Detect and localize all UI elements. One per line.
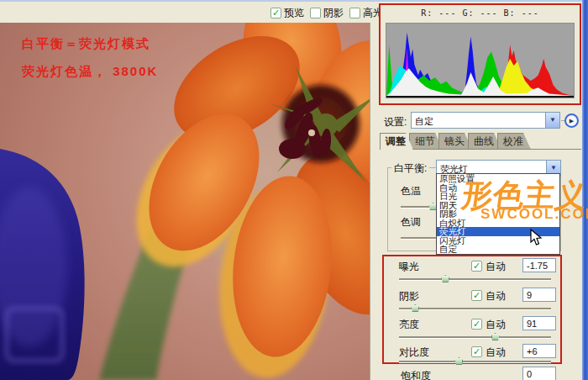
- auto-checkbox[interactable]: [471, 261, 482, 272]
- annotation-line-2: 荧光灯色温， 3800K: [22, 64, 158, 80]
- tab-4[interactable]: 曲线: [468, 133, 501, 150]
- shadows-checkbox-group[interactable]: 阴影: [310, 6, 344, 20]
- slider-track[interactable]: [399, 361, 551, 362]
- slider-label: 对比度: [399, 346, 429, 360]
- settings-label: 设置:: [384, 115, 407, 129]
- white-balance-label: 白平衡:: [391, 161, 429, 176]
- slider-track[interactable]: [399, 336, 551, 338]
- auto-label: 自动: [486, 289, 506, 303]
- rgb-readout: R: --- G: --- B: ---: [381, 8, 580, 18]
- value-field[interactable]: -1.75: [522, 258, 556, 272]
- slider-thumb[interactable]: [491, 333, 500, 340]
- histogram-panel: R: --- G: --- B: ---: [379, 3, 581, 105]
- chevron-down-icon[interactable]: ▼: [545, 113, 559, 128]
- preview-checkbox-label: 预览: [284, 6, 304, 20]
- slider-thumb[interactable]: [411, 304, 419, 312]
- settings-dropdown[interactable]: 自定 ▼: [411, 112, 560, 129]
- shadows-checkbox[interactable]: [310, 8, 321, 18]
- tab-3[interactable]: 镜头: [438, 133, 472, 150]
- slider-label: 曝光: [399, 260, 419, 274]
- tab-bar: 调整细节镜头曲线校准: [380, 133, 581, 150]
- value-field[interactable]: 9: [522, 288, 556, 302]
- preview-checkbox[interactable]: [270, 8, 281, 18]
- auto-label: 自动: [486, 346, 506, 360]
- slider-thumb[interactable]: [454, 357, 463, 365]
- wb-option-1[interactable]: 原照设置: [437, 174, 559, 183]
- settings-dropdown-value: 自定: [415, 115, 433, 128]
- preview-checkbox-group[interactable]: 预览: [270, 6, 304, 20]
- saturation-label: 饱和度: [401, 369, 431, 380]
- slider-track[interactable]: [399, 278, 551, 280]
- auto-checkbox[interactable]: [471, 319, 482, 330]
- tab-1[interactable]: 调整: [380, 133, 413, 150]
- tab-2[interactable]: 细节: [409, 133, 443, 150]
- value-field[interactable]: 91: [522, 316, 556, 330]
- saturation-value-field[interactable]: 0: [522, 367, 556, 380]
- auto-checkbox[interactable]: [471, 346, 482, 357]
- dialog-top-edge: [0, 0, 588, 2]
- slider-thumb[interactable]: [441, 275, 449, 282]
- auto-label: 自动: [486, 318, 506, 332]
- histogram-chart: [386, 23, 575, 98]
- shadows-checkbox-label: 阴影: [323, 6, 344, 20]
- tab-5[interactable]: 校准: [497, 133, 531, 150]
- tint-label: 色调: [401, 215, 421, 230]
- wb-option-3[interactable]: 日光: [437, 192, 559, 201]
- highlights-checkbox[interactable]: [349, 8, 360, 18]
- highlights-checkbox-group[interactable]: 高光: [349, 6, 383, 20]
- mouse-cursor-icon: [530, 229, 542, 246]
- wb-option-5[interactable]: 阴影: [437, 209, 559, 219]
- auto-label: 自动: [486, 260, 506, 274]
- adjust-group: 曝光自动-1.75阴影自动9亮度自动91对比度自动+6: [382, 255, 562, 364]
- slider-label: 亮度: [399, 318, 419, 332]
- temperature-label: 色温: [401, 184, 421, 198]
- auto-checkbox[interactable]: [471, 290, 482, 301]
- slider-label: 阴影: [399, 289, 419, 303]
- slider-track[interactable]: [399, 308, 551, 309]
- image-preview[interactable]: 白平衡＝荧光灯模式 荧光灯色温， 3800K: [0, 23, 370, 380]
- flyout-menu-button[interactable]: ▶: [564, 113, 579, 128]
- value-field[interactable]: +6: [522, 344, 556, 358]
- window-border: [582, 0, 588, 380]
- annotation-line-1: 白平衡＝荧光灯模式: [22, 36, 150, 52]
